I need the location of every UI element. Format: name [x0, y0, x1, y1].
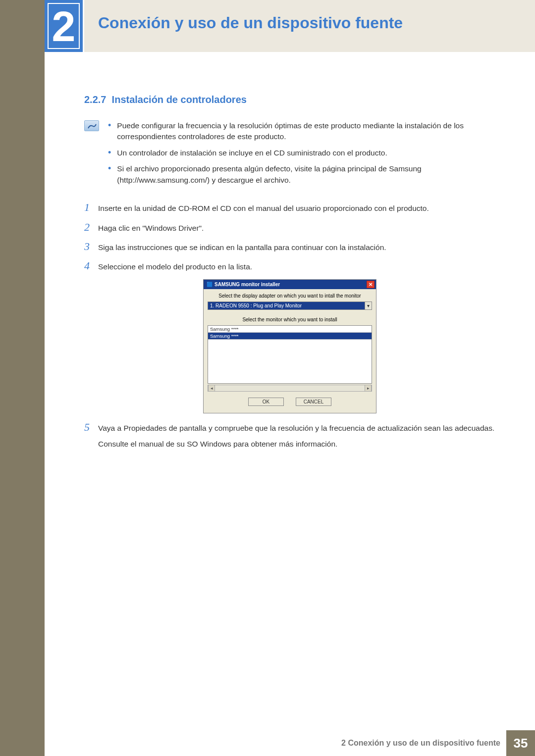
adapter-value: 1. RADEON 9550 : Plug and Play Monitor: [208, 302, 365, 310]
section-number: 2.2.7: [84, 94, 106, 105]
steps-list-cont: 5 Vaya a Propiedades de pantalla y compr…: [84, 421, 495, 450]
page-content: 2.2.7 Instalación de controladores • Pue…: [84, 94, 495, 456]
section-title: Instalación de controladores: [112, 94, 247, 105]
note-bullet: • Un controlador de instalación se inclu…: [108, 148, 495, 158]
note-text: Si el archivo proporcionado presenta alg…: [117, 163, 495, 186]
scroll-left-icon[interactable]: ◂: [208, 385, 215, 391]
steps-list: 1 Inserte en la unidad de CD-ROM el CD c…: [84, 202, 495, 272]
cancel-button[interactable]: CANCEL: [296, 398, 331, 406]
footer-chapter-ref: 2 Conexión y uso de un dispositivo fuent…: [341, 739, 500, 748]
list-item[interactable]: Samsung ****: [208, 333, 372, 340]
step-text: Haga clic en "Windows Driver".: [98, 221, 495, 234]
step-text-main: Vaya a Propiedades de pantalla y comprue…: [98, 424, 494, 432]
section-heading: 2.2.7 Instalación de controladores: [84, 94, 495, 105]
bullet-dot-icon: •: [108, 163, 111, 186]
bullet-dot-icon: •: [108, 148, 111, 158]
page-footer: 2 Conexión y uso de un dispositivo fuent…: [0, 730, 535, 756]
step-number: 2: [84, 221, 98, 234]
app-icon: 🟦: [207, 282, 213, 287]
note-icon: [84, 120, 99, 131]
adapter-dropdown[interactable]: 1. RADEON 9550 : Plug and Play Monitor ▾: [208, 302, 372, 310]
chapter-number: 2: [52, 5, 76, 48]
bullet-dot-icon: •: [108, 120, 111, 143]
note-block: • Puede configurar la frecuencia y la re…: [84, 120, 495, 191]
step-item: 3 Siga las instrucciones que se indican …: [84, 241, 495, 253]
monitor-label: Select the monitor which you want to ins…: [204, 313, 376, 325]
ok-button[interactable]: OK: [248, 398, 284, 406]
step-number: 4: [84, 260, 98, 272]
chapter-badge: 2: [45, 0, 84, 52]
left-sidebar: [0, 0, 45, 756]
scroll-right-icon[interactable]: ▸: [365, 385, 372, 391]
step-number: 5: [84, 421, 98, 450]
horizontal-scrollbar[interactable]: ◂ ▸: [208, 385, 372, 392]
note-bullet: • Puede configurar la frecuencia y la re…: [108, 120, 495, 143]
note-bullets: • Puede configurar la frecuencia y la re…: [108, 120, 495, 191]
step-item: 5 Vaya a Propiedades de pantalla y compr…: [84, 421, 495, 450]
page-number: 35: [506, 730, 535, 756]
chapter-title: Conexión y uso de un dispositivo fuente: [98, 14, 403, 32]
installer-dialog: 🟦 SAMSUNG monitor installer ✕ Select the…: [203, 279, 376, 413]
close-button[interactable]: ✕: [367, 281, 374, 288]
note-text: Puede configurar la frecuencia y la reso…: [117, 120, 495, 143]
step-number: 3: [84, 241, 98, 253]
chevron-down-icon[interactable]: ▾: [365, 302, 372, 310]
note-text: Un controlador de instalación se incluye…: [117, 148, 387, 158]
adapter-label: Select the display adapter on which you …: [204, 289, 376, 302]
step-text: Vaya a Propiedades de pantalla y comprue…: [98, 421, 495, 450]
dialog-titlebar: 🟦 SAMSUNG monitor installer ✕: [204, 280, 376, 289]
monitor-list[interactable]: Samsung **** Samsung ****: [208, 325, 372, 384]
step-item: 1 Inserte en la unidad de CD-ROM el CD c…: [84, 202, 495, 214]
step-text-extra: Consulte el manual de su SO Windows para…: [98, 438, 495, 450]
step-text: Siga las instrucciones que se indican en…: [98, 241, 495, 253]
chapter-badge-border: 2: [48, 3, 80, 49]
step-number: 1: [84, 202, 98, 214]
step-text: Inserte en la unidad de CD-ROM el CD con…: [98, 202, 495, 214]
dialog-title: SAMSUNG monitor installer: [214, 282, 280, 287]
list-item[interactable]: Samsung ****: [208, 326, 372, 333]
note-bullet: • Si el archivo proporcionado presenta a…: [108, 163, 495, 186]
step-item: 4 Seleccione el modelo del producto en l…: [84, 260, 495, 272]
dialog-buttons: OK CANCEL: [204, 392, 376, 413]
step-text: Seleccione el modelo del producto en la …: [98, 260, 495, 272]
step-item: 2 Haga clic en "Windows Driver".: [84, 221, 495, 234]
